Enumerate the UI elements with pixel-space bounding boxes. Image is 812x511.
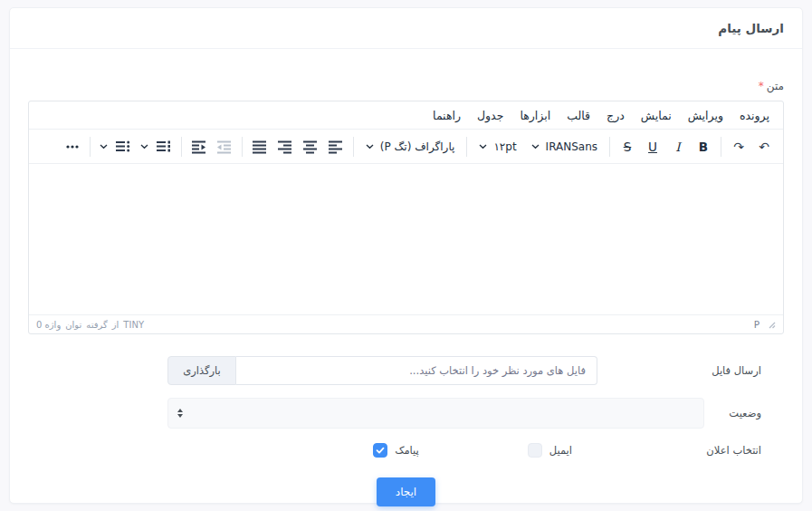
toolbar-divider bbox=[90, 137, 91, 157]
branding-word[interactable]: TINY bbox=[123, 320, 144, 330]
branding-word[interactable]: گرفته bbox=[86, 320, 107, 330]
chevron-down-icon[interactable] bbox=[140, 142, 148, 150]
sms-option: پیامک bbox=[373, 443, 419, 458]
redo-icon: ↷ bbox=[733, 140, 744, 154]
align-left-icon bbox=[328, 139, 343, 154]
underline-icon: U bbox=[648, 140, 657, 154]
editor-menubar: پرونده ویرایش نمایش درج قالب ابزارها جدو… bbox=[29, 101, 783, 129]
submit-row: ایجاد bbox=[28, 477, 784, 506]
statusbar-right: P bbox=[754, 319, 776, 330]
menu-view[interactable]: نمایش bbox=[633, 105, 680, 126]
toolbar-divider bbox=[609, 137, 610, 157]
bullet-list-button[interactable] bbox=[111, 135, 135, 159]
chevron-down-icon bbox=[479, 142, 487, 150]
email-option: ایمیل bbox=[528, 443, 572, 458]
toolbar-divider bbox=[242, 137, 243, 157]
sms-checkbox[interactable] bbox=[373, 443, 387, 458]
notify-options: ایمیل پیامک bbox=[167, 443, 704, 458]
toolbar-divider bbox=[181, 137, 182, 157]
resize-grip-icon[interactable] bbox=[767, 320, 776, 329]
numbered-list-icon bbox=[156, 139, 171, 154]
toolbar-divider bbox=[353, 137, 354, 157]
editor-toolbar: ↶ ↷ B I U S IRANSans ۱۲p bbox=[29, 129, 783, 164]
checkmark-icon bbox=[376, 446, 385, 455]
bold-icon: B bbox=[699, 140, 708, 154]
more-toolbar-button[interactable] bbox=[61, 135, 84, 159]
word-count[interactable]: 0 واژه bbox=[36, 320, 61, 330]
indent-icon bbox=[191, 139, 206, 154]
email-checkbox[interactable] bbox=[528, 443, 542, 458]
upload-button[interactable]: بارگذاری bbox=[167, 356, 236, 385]
list-group bbox=[93, 135, 178, 159]
history-group: ↶ ↷ bbox=[724, 135, 779, 159]
file-input-group: بارگذاری bbox=[167, 356, 597, 385]
text-field-label: متن bbox=[767, 80, 784, 92]
email-option-label: ایمیل bbox=[549, 444, 572, 457]
more-dots-icon bbox=[65, 140, 80, 154]
text-field-label-row: متن* bbox=[28, 76, 784, 93]
numbered-list-button[interactable] bbox=[152, 135, 176, 159]
menu-format[interactable]: قالب bbox=[559, 105, 598, 126]
align-right-button[interactable] bbox=[273, 135, 297, 159]
sms-option-label: پیامک bbox=[395, 444, 419, 457]
font-size-value: ۱۲pt bbox=[493, 140, 516, 153]
align-left-button[interactable] bbox=[324, 135, 348, 159]
indent-button[interactable] bbox=[187, 135, 211, 159]
toolbar-divider bbox=[721, 137, 721, 157]
menu-help[interactable]: راهنما bbox=[425, 105, 469, 126]
font-family-value: IRANSans bbox=[546, 140, 597, 153]
required-asterisk: * bbox=[759, 80, 764, 92]
status-label: وضعیت bbox=[707, 407, 761, 419]
bullet-list-icon bbox=[115, 139, 130, 154]
menu-insert[interactable]: درج bbox=[598, 105, 633, 126]
editor-content-area[interactable] bbox=[29, 164, 783, 314]
font-family-select[interactable]: IRANSans bbox=[525, 135, 604, 159]
strikethrough-icon: S bbox=[624, 140, 632, 154]
undo-icon: ↶ bbox=[759, 140, 769, 154]
menu-tools[interactable]: ابزارها bbox=[511, 105, 559, 126]
bold-button[interactable]: B bbox=[692, 135, 715, 159]
alignment-group bbox=[245, 135, 350, 159]
outdent-icon bbox=[216, 139, 232, 154]
format-group: B I U S bbox=[613, 135, 718, 159]
align-right-icon bbox=[277, 139, 292, 154]
font-group: IRANSans ۱۲pt bbox=[470, 135, 607, 159]
strikethrough-button[interactable]: S bbox=[616, 135, 639, 159]
underline-button[interactable]: U bbox=[641, 135, 664, 159]
branding-word[interactable]: توان bbox=[65, 320, 81, 330]
block-format-group: پاراگراف (تگ P) bbox=[357, 135, 464, 159]
outdent-button[interactable] bbox=[213, 135, 236, 159]
status-select[interactable] bbox=[167, 398, 704, 429]
more-group bbox=[58, 135, 87, 159]
font-size-select[interactable]: ۱۲pt bbox=[473, 135, 522, 159]
file-input[interactable] bbox=[236, 356, 597, 385]
rich-text-editor: پرونده ویرایش نمایش درج قالب ابزارها جدو… bbox=[28, 101, 784, 334]
send-message-card: ارسال پیام متن* پرونده ویرایش نمایش درج … bbox=[9, 7, 803, 504]
statusbar-left: 0 واژه توان گرفته از TINY bbox=[36, 320, 144, 330]
chevron-down-icon bbox=[366, 142, 374, 150]
branding-word[interactable]: از bbox=[112, 320, 119, 330]
menu-table[interactable]: جدول bbox=[469, 105, 511, 126]
justify-icon bbox=[252, 139, 267, 154]
notify-row: انتخاب اعلان ایمیل پیامک bbox=[28, 443, 784, 458]
select-updown-icon bbox=[177, 409, 183, 418]
align-center-button[interactable] bbox=[299, 135, 322, 159]
menu-file[interactable]: پرونده bbox=[731, 105, 778, 126]
italic-button[interactable]: I bbox=[666, 135, 690, 159]
block-format-value: پاراگراف (تگ P) bbox=[380, 140, 455, 153]
toolbar-divider bbox=[466, 137, 467, 157]
page-title: ارسال پیام bbox=[28, 21, 784, 35]
menu-edit[interactable]: ویرایش bbox=[680, 105, 731, 126]
chevron-down-icon bbox=[531, 142, 540, 150]
create-button[interactable]: ایجاد bbox=[377, 477, 435, 506]
undo-button[interactable]: ↶ bbox=[752, 135, 776, 159]
redo-button[interactable]: ↷ bbox=[727, 135, 750, 159]
chevron-down-icon[interactable] bbox=[100, 142, 108, 150]
element-path[interactable]: P bbox=[754, 319, 759, 330]
file-label: ارسال فایل bbox=[707, 364, 761, 377]
justify-button[interactable] bbox=[248, 135, 272, 159]
block-format-select[interactable]: پاراگراف (تگ P) bbox=[359, 135, 462, 159]
card-body: متن* پرونده ویرایش نمایش درج قالب ابزاره… bbox=[10, 49, 802, 511]
status-row: وضعیت bbox=[28, 398, 784, 429]
notify-label: انتخاب اعلان bbox=[707, 444, 761, 457]
